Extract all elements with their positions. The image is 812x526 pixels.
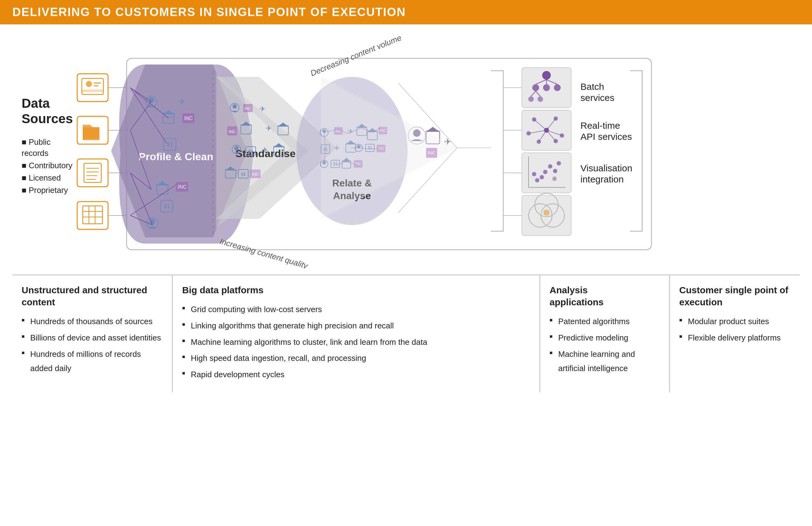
- svg-text:✈: ✈: [262, 146, 268, 154]
- col3-item-1: Patented algorithms: [550, 314, 660, 329]
- svg-text:■ Contributory: ■ Contributory: [21, 161, 73, 170]
- bottom-col-bigdata: Big data platforms Grid computing with l…: [173, 275, 540, 392]
- col2-item-2: Linking algorithms that generate high pr…: [182, 319, 530, 333]
- col1-title: Unstructured and structured content: [21, 284, 163, 308]
- svg-point-173: [552, 177, 557, 181]
- profile-clean-label: Profile & Clean: [139, 151, 213, 162]
- svg-point-144: [528, 96, 534, 102]
- col1-item-3: Hundreds of millions of records added da…: [21, 347, 163, 376]
- svg-point-170: [553, 169, 557, 173]
- svg-rect-10: [82, 89, 103, 92]
- data-sources-title: Data: [21, 96, 50, 111]
- col4-title: Customer single point of execution: [679, 284, 791, 308]
- svg-point-168: [543, 170, 547, 174]
- output-label-vis: Visualisation: [580, 163, 632, 173]
- col1-item-1: Hundreds of thousands of sources: [21, 314, 163, 329]
- svg-text:records: records: [21, 148, 48, 158]
- diagram-area: Data Sources ■ Public records ■ Contribu…: [12, 34, 800, 268]
- svg-text:Sources: Sources: [21, 112, 73, 126]
- svg-text:INC: INC: [229, 129, 235, 134]
- svg-text:■ Licensed: ■ Licensed: [21, 173, 61, 182]
- col4-item-1: Modular product suites: [679, 314, 791, 329]
- col3-item-2: Predictive modeling: [550, 331, 660, 345]
- svg-point-143: [554, 84, 561, 91]
- col3-list: Patented algorithms Predictive modeling …: [550, 314, 660, 376]
- svg-rect-8: [93, 83, 101, 84]
- svg-point-145: [538, 96, 543, 102]
- col3-title: Analysisapplications: [550, 284, 660, 308]
- header-title: DELIVERING TO CUSTOMERS IN SINGLE POINT …: [12, 5, 406, 19]
- col2-item-1: Grid computing with low-cost servers: [182, 302, 530, 317]
- svg-point-72: [234, 146, 239, 150]
- svg-text:31: 31: [166, 141, 173, 148]
- svg-point-7: [86, 81, 92, 87]
- svg-rect-11: [83, 127, 99, 139]
- col1-item-2: Billions of device and asset identities: [21, 331, 163, 345]
- svg-point-141: [532, 84, 539, 91]
- col2-list: Grid computing with low-cost servers Lin…: [182, 302, 530, 382]
- svg-point-172: [532, 172, 536, 176]
- output-label-api: Real-time: [580, 120, 620, 131]
- svg-text:INC: INC: [245, 106, 251, 111]
- svg-text:31: 31: [241, 172, 246, 177]
- col3-item-3: Machine learning and artificial intellig…: [550, 347, 660, 376]
- col2-item-3: Machine learning algorithms to cluster, …: [182, 335, 530, 349]
- svg-text:31: 31: [248, 149, 253, 154]
- col2-item-4: High speed data ingestion, recall, and p…: [182, 351, 530, 365]
- svg-point-171: [557, 161, 561, 165]
- svg-point-177: [543, 209, 550, 216]
- bottom-col-analysis: Analysisapplications Patented algorithms…: [540, 275, 670, 392]
- main-content: Data Sources ■ Public records ■ Contribu…: [0, 24, 812, 398]
- svg-point-140: [542, 71, 551, 79]
- svg-point-169: [548, 164, 552, 169]
- svg-text:✈: ✈: [259, 105, 265, 113]
- svg-point-142: [543, 84, 550, 91]
- svg-text:✈: ✈: [265, 124, 272, 132]
- col4-item-2: Flexible delivery platforms: [679, 331, 791, 345]
- svg-point-60: [232, 104, 237, 109]
- bottom-section: Unstructured and structured content Hund…: [12, 274, 800, 392]
- svg-rect-9: [93, 85, 99, 86]
- col1-list: Hundreds of thousands of sources Billion…: [21, 314, 163, 376]
- svg-text:services: services: [580, 92, 614, 103]
- svg-text:INC: INC: [184, 116, 193, 121]
- svg-text:31: 31: [163, 203, 170, 209]
- svg-text:■ Proprietary: ■ Proprietary: [21, 186, 68, 195]
- col2-item-5: Rapid development cycles: [182, 367, 530, 382]
- col4-list: Modular product suites Flexible delivery…: [679, 314, 791, 345]
- svg-text:✈: ✈: [178, 97, 186, 106]
- svg-text:INC: INC: [178, 184, 187, 190]
- svg-point-166: [535, 178, 539, 182]
- svg-text:API services: API services: [580, 132, 632, 142]
- bottom-col-unstructured: Unstructured and structured content Hund…: [12, 275, 173, 392]
- svg-point-167: [540, 175, 544, 179]
- header-bar: DELIVERING TO CUSTOMERS IN SINGLE POINT …: [0, 0, 812, 24]
- col2-title: Big data platforms: [182, 284, 530, 296]
- svg-text:integration: integration: [580, 174, 624, 184]
- svg-text:INC: INC: [252, 172, 259, 177]
- bottom-col-customer: Customer single point of execution Modul…: [670, 275, 800, 392]
- svg-text:■ Public: ■ Public: [21, 137, 50, 147]
- diagram-svg: Data Sources ■ Public records ■ Contribu…: [12, 34, 800, 268]
- output-label-batch: Batch: [580, 82, 604, 92]
